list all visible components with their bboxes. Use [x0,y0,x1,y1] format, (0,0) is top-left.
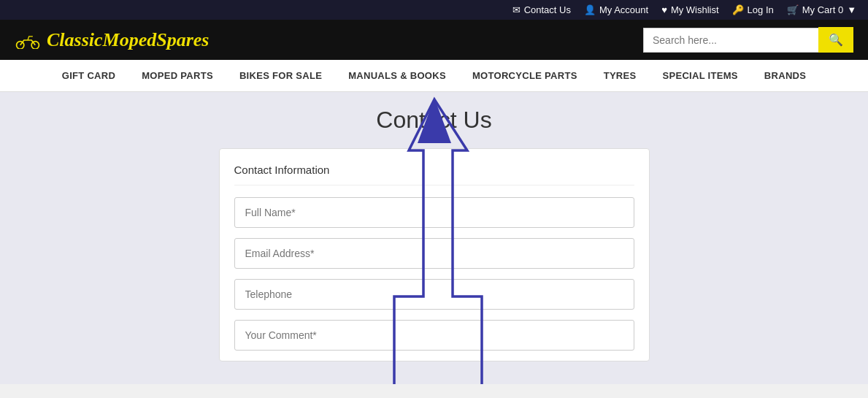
logo-moped-icon [15,31,41,49]
cart-icon: 🛒 [787,4,799,15]
my-cart-label: My Cart 0 [802,4,843,15]
wishlist-icon: ♥ [661,4,667,15]
nav-bikes-for-sale[interactable]: BIKES FOR SALE [226,60,335,91]
comment-input[interactable] [234,320,634,351]
telephone-input[interactable] [234,279,634,310]
account-icon: 👤 [584,4,596,15]
my-account-link[interactable]: 👤 My Account [584,4,648,15]
contact-form: Contact Information [219,148,650,361]
nav-manuals-books[interactable]: MANUALS & BOOKS [335,60,459,91]
log-in-label: Log In [748,4,774,15]
nav-motorcycle-parts[interactable]: MOTORCYCLE PARTS [459,60,591,91]
my-cart-link[interactable]: 🛒 My Cart 0 ▼ [787,4,856,15]
login-icon: 🔑 [732,4,744,15]
main-content: Contact Us Contact Information [0,92,868,384]
email-field [234,238,634,269]
my-wishlist-link[interactable]: ♥ My Wishlist [661,4,718,15]
my-wishlist-label: My Wishlist [671,4,719,15]
my-account-label: My Account [599,4,648,15]
search-bar: 🔍 [643,27,853,53]
nav-special-items[interactable]: SPECIAL ITEMS [650,60,751,91]
contact-us-link[interactable]: ✉ Contact Us [512,4,571,15]
header: ClassicMopedSpares 🔍 [0,20,868,60]
nav-moped-parts[interactable]: MOPED PARTS [128,60,226,91]
contact-us-label: Contact Us [524,4,571,15]
full-name-input[interactable] [234,197,634,228]
telephone-field [234,279,634,310]
nav-gift-card[interactable]: GIFT CARD [49,60,128,91]
nav-brands[interactable]: BRANDS [751,60,819,91]
logo-text: ClassicMopedSpares [47,29,209,51]
search-button[interactable]: 🔍 [818,27,853,53]
cart-dropdown-icon: ▼ [847,4,856,15]
form-section-title: Contact Information [234,164,634,185]
comment-field [234,320,634,351]
email-input[interactable] [234,238,634,269]
full-name-field [234,197,634,228]
top-bar: ✉ Contact Us 👤 My Account ♥ My Wishlist … [0,0,868,20]
search-icon: 🔍 [829,34,843,46]
logo[interactable]: ClassicMopedSpares [15,29,209,51]
search-input[interactable] [643,28,818,53]
log-in-link[interactable]: 🔑 Log In [732,4,774,15]
nav-tyres[interactable]: TYRES [591,60,650,91]
nav-bar: GIFT CARD MOPED PARTS BIKES FOR SALE MAN… [0,60,868,92]
contact-icon: ✉ [512,4,521,15]
page-title: Contact Us [0,107,868,134]
